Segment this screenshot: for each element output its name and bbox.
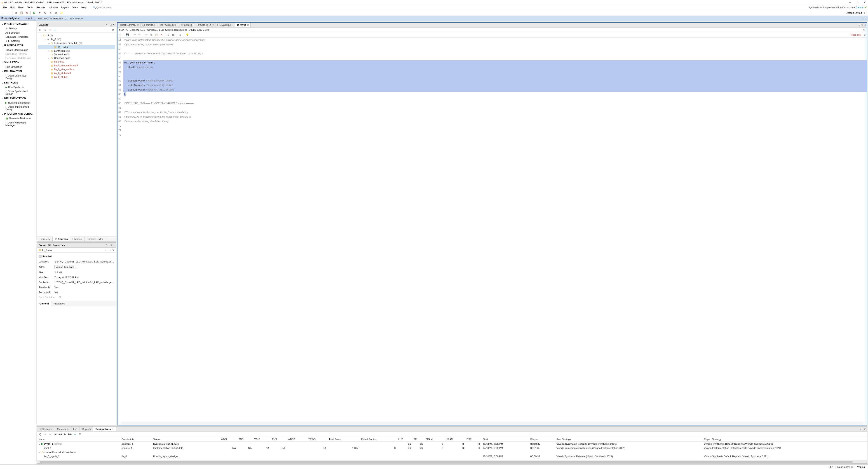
editor-settings-icon[interactable]: ⚙ <box>864 33 866 36</box>
props-prev-button[interactable]: ← <box>104 249 108 252</box>
sources-search-icon[interactable]: Q <box>38 28 42 32</box>
menu-edit[interactable]: Edit <box>8 6 17 9</box>
tab-close-icon[interactable]: ✕ <box>156 24 157 26</box>
sources-add-icon[interactable]: + <box>53 28 57 32</box>
source-tree-node[interactable]: ⌄◈ ila_0 (38) <box>38 37 115 41</box>
runs-search-icon[interactable]: Q <box>38 432 42 436</box>
flow-item[interactable]: ›Open Implemented Design <box>0 105 36 111</box>
bottom-hscrollbar[interactable] <box>37 460 867 463</box>
table-row[interactable]: ⌄🗀 Out-of-Context Module Runs <box>37 450 867 454</box>
runs-column-header[interactable]: Report Strategy <box>703 437 867 442</box>
table-row[interactable]: impl_1constrs_1Implementation Out-of-dat… <box>37 446 867 450</box>
sources-tab[interactable]: Libraries <box>70 237 85 241</box>
editor-maximize-icon[interactable]: □ <box>861 24 863 26</box>
editor-copy-icon[interactable]: ⧉ <box>149 33 153 37</box>
runs-column-header[interactable]: TPWS <box>307 437 328 442</box>
editor-redo-icon[interactable]: ↷ <box>137 33 142 37</box>
quick-access[interactable]: 🔍 Quick Access <box>91 6 112 9</box>
runs-column-header[interactable]: Total Power <box>328 437 360 442</box>
sources-help-icon[interactable]: ? <box>105 23 107 26</box>
runs-column-header[interactable]: LUT <box>397 437 412 442</box>
flow-item[interactable]: ▶Run Synthesis <box>0 85 36 89</box>
menu-reports[interactable]: Reports <box>35 6 47 9</box>
editor-paste-icon[interactable]: 📋 <box>154 33 158 37</box>
runs-collapse-icon[interactable]: ≡ <box>43 432 47 436</box>
runs-add-icon[interactable]: + <box>73 432 77 436</box>
flow-item[interactable]: Add Sources <box>0 31 36 35</box>
wand-button[interactable]: ✨ <box>59 11 64 15</box>
bottom-tab[interactable]: Log <box>71 427 80 431</box>
sources-settings-icon[interactable]: ⚙ <box>111 28 115 32</box>
tab-close-icon[interactable]: ✕ <box>177 24 179 26</box>
sources-tab[interactable]: Compile Order <box>85 237 105 241</box>
flow-category[interactable]: PROJECT MANAGER <box>0 22 36 26</box>
flow-category[interactable]: IMPLEMENTATION <box>0 96 36 101</box>
flow-item[interactable]: ›Open Synthesized Design <box>0 89 36 96</box>
source-tree-node[interactable]: ⌄🗀 Instantiation Template (1) <box>38 41 115 45</box>
source-tree-node[interactable]: ⌄🗀 IP (1) <box>38 34 115 37</box>
editor-tab[interactable]: IP Catalog (3)✕ <box>216 23 236 27</box>
bottom-tab[interactable]: Design Runs✕ <box>93 427 116 431</box>
menu-file[interactable]: File <box>1 6 8 9</box>
sources-collapse-icon[interactable]: ≡ <box>43 28 47 32</box>
source-tree-node[interactable]: ›🗀 Change Log (1) <box>38 56 115 60</box>
runs-column-header[interactable]: Start <box>481 437 529 442</box>
close-button[interactable]: ✕ <box>862 1 867 4</box>
runs-column-header[interactable]: THS <box>271 437 286 442</box>
flow-nav-expand-icon[interactable]: ⇔ <box>28 17 30 20</box>
runs-column-header[interactable]: WNS <box>220 437 237 442</box>
runs-column-header[interactable]: DSP <box>465 437 481 442</box>
editor-indent-icon[interactable]: ≡ <box>178 33 182 37</box>
flow-item[interactable]: ▶Run Implementation <box>0 101 36 105</box>
editor-content[interactable]: 5152535455565758596061626364656667686970… <box>118 38 867 422</box>
flow-item[interactable]: Create Block Design <box>0 48 36 52</box>
flow-item[interactable]: Run Simulation <box>0 65 36 69</box>
source-tree-node[interactable]: ▦ ila_0_stub.v <box>38 75 115 79</box>
flow-nav-collapse-icon[interactable]: ≡ <box>26 17 27 20</box>
editor-undo-icon[interactable]: ↶ <box>132 33 136 37</box>
flow-item[interactable]: ⚙Settings <box>0 26 36 31</box>
editor-delete-icon[interactable]: ✕ <box>159 33 163 37</box>
props-minimize-icon[interactable]: _ <box>108 243 109 246</box>
bottom-minimize-icon[interactable]: _ <box>862 428 864 430</box>
sources-tab[interactable]: IP Sources <box>53 237 70 241</box>
sources-close-icon[interactable]: ✕ <box>113 23 115 26</box>
editor-help-icon[interactable]: ? <box>859 24 860 26</box>
layout-selector[interactable]: Default Layout <box>844 11 866 15</box>
runs-next-icon[interactable]: ▶▶ <box>68 432 72 436</box>
runs-column-header[interactable]: TNS <box>237 437 253 442</box>
bottom-tab[interactable]: Messages <box>55 427 71 431</box>
runs-run-icon[interactable]: ▶ <box>63 432 67 436</box>
maximize-button[interactable]: □ <box>855 1 860 4</box>
runs-table[interactable]: NameConstraintsStatusWNSTNSWHSTHSWBSSTPW… <box>37 437 867 460</box>
editor-tab[interactable]: IP Catalog✕ <box>180 23 196 27</box>
props-next-button[interactable]: → <box>108 249 112 252</box>
props-close-icon[interactable]: ✕ <box>113 243 115 246</box>
menu-view[interactable]: View <box>70 6 80 9</box>
flow-category[interactable]: RTL ANALYSIS <box>0 69 36 74</box>
flow-category[interactable]: SIMULATION <box>0 60 36 65</box>
tab-close-icon[interactable]: ✕ <box>137 24 139 26</box>
table-row[interactable]: ⌄▶ synth_1 (active)constrs_1Synthesis Ou… <box>37 442 867 446</box>
runs-column-header[interactable]: WHS <box>253 437 271 442</box>
flow-category[interactable]: SYNTHESIS <box>0 80 36 85</box>
editor-hscrollbar[interactable]: ‹› <box>118 422 867 425</box>
runs-column-header[interactable]: URAM <box>444 437 465 442</box>
run-dropdown[interactable]: ▾ <box>37 11 42 15</box>
editor-bulb-icon[interactable]: 💡 <box>185 33 189 37</box>
runs-percent-icon[interactable]: % <box>78 432 82 436</box>
menu-layout[interactable]: Layout <box>59 6 70 9</box>
menu-window[interactable]: Window <box>47 6 59 9</box>
runs-prev-icon[interactable]: ◀◀ <box>58 432 62 436</box>
bottom-help-icon[interactable]: ? <box>860 428 861 430</box>
source-tree-node[interactable]: ▦ ila_0.veo <box>38 45 115 49</box>
runs-column-header[interactable]: WBSS <box>286 437 307 442</box>
runs-column-header[interactable]: FF <box>412 437 424 442</box>
bottom-tab[interactable]: Reports <box>80 427 93 431</box>
flow-nav-help-icon[interactable]: ? <box>31 17 32 20</box>
pm-maximize-icon[interactable]: □ <box>865 17 866 20</box>
run-button[interactable]: ▶ <box>32 11 37 15</box>
sources-minimize-icon[interactable]: _ <box>108 23 109 26</box>
flow-item[interactable]: ▮▮Generate Bitstream <box>0 116 36 121</box>
back-button[interactable]: ← <box>1 11 5 15</box>
